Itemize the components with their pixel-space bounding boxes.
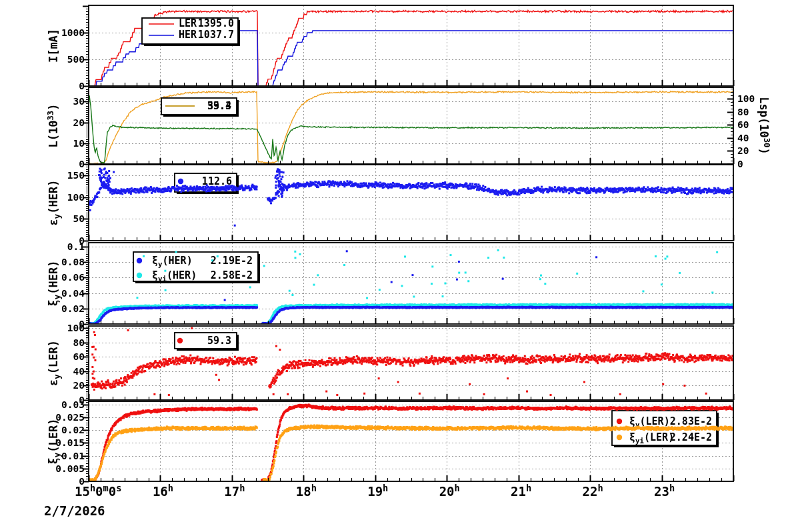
accelerator-strip-chart-canvas <box>0 0 800 532</box>
accelerator-status-monitor-page: 2/7/2026 <box>0 0 800 532</box>
date-label: 2/7/2026 <box>44 503 105 518</box>
